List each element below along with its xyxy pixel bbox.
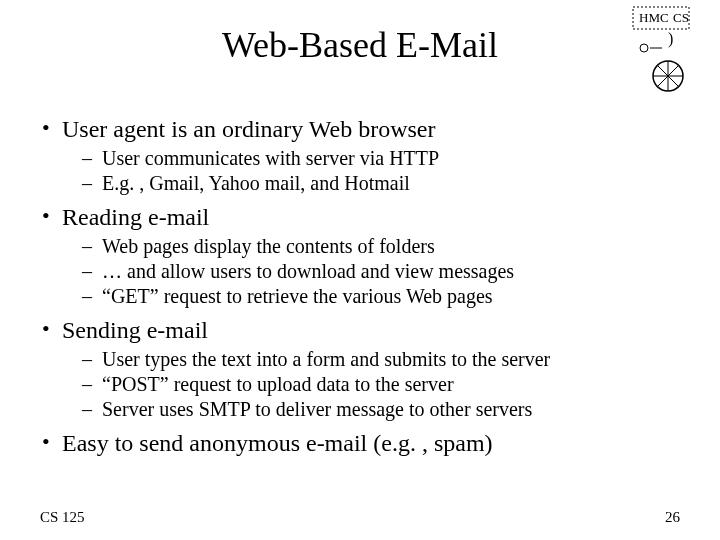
sub-bullet-item: E.g. , Gmail, Yahoo mail, and Hotmail [62,171,680,196]
bullet-text: Easy to send anonymous e-mail (e.g. , sp… [62,430,493,456]
slide: Web-Based E-Mail HMC CS ) User agent is … [0,0,720,540]
sub-bullet-item: “GET” request to retrieve the various We… [62,284,680,309]
slide-body: User agent is an ordinary Web browser Us… [40,108,680,458]
sub-bullet-item: User types the text into a form and subm… [62,347,680,372]
sub-bullet-item: User communicates with server via HTTP [62,146,680,171]
sub-bullet-item: … and allow users to download and view m… [62,259,680,284]
bullet-text: Reading e-mail [62,204,209,230]
sub-bullet-item: “POST” request to upload data to the ser… [62,372,680,397]
sub-bullet-item: Server uses SMTP to deliver message to o… [62,397,680,422]
svg-point-2 [640,44,648,52]
corner-logo: HMC CS ) [632,6,710,92]
bullet-item: Sending e-mail User types the text into … [40,315,680,422]
footer-course: CS 125 [40,509,85,526]
footer-page-number: 26 [665,509,680,526]
bullet-item: Reading e-mail Web pages display the con… [40,202,680,309]
logo-text-hmc: HMC [639,10,669,25]
bullet-item: Easy to send anonymous e-mail (e.g. , sp… [40,428,680,458]
bullet-text: Sending e-mail [62,317,208,343]
slide-title: Web-Based E-Mail [0,24,720,66]
svg-text:): ) [668,30,673,48]
bullet-text: User agent is an ordinary Web browser [62,116,436,142]
logo-text-cs: CS [673,10,689,25]
bullet-item: User agent is an ordinary Web browser Us… [40,114,680,196]
sub-bullet-item: Web pages display the contents of folder… [62,234,680,259]
